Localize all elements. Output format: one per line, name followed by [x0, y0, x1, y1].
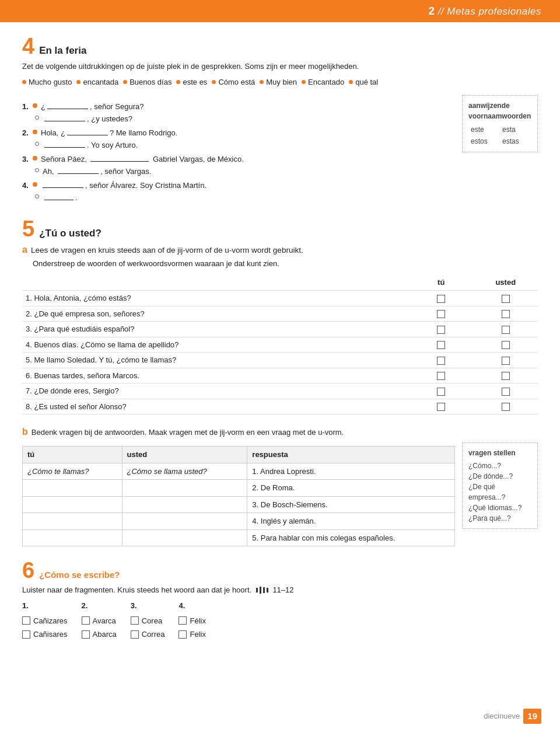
resp-col-tu: tú [23, 447, 123, 463]
checkbox-tu-3[interactable] [409, 337, 474, 353]
sidebar-aanwijzende: aanwijzende voornaamwoorden este esta es… [462, 95, 538, 205]
checkbox-tu-2[interactable] [409, 322, 474, 337]
checkbox-usted-5[interactable] [474, 368, 538, 384]
checkbox-usted-6[interactable] [474, 384, 538, 399]
checkbox-tu-0[interactable] [409, 291, 474, 306]
section-4-title-row: 4 En la feria [22, 35, 538, 58]
checkbox-tu-6[interactable] [409, 384, 474, 399]
checkbox-usted-1[interactable] [474, 306, 538, 322]
question-row-1: 2. ¿De qué empresa son, señores? [22, 306, 538, 322]
sidebar-title: aanwijzende voornaamwoorden [468, 100, 531, 121]
resp-row-1: 2. De Roma. [23, 480, 455, 497]
checkbox-sq-0-0[interactable] [22, 616, 30, 625]
bullet-circle-4 [35, 194, 39, 198]
resp-tu-blank-4[interactable] [23, 529, 123, 546]
resp-table: tú usted respuesta ¿Cómo te llamas? ¿Cóm… [22, 446, 455, 546]
checkbox-sq-usted-0[interactable] [502, 295, 510, 303]
section-5a: a Lees de vragen en kruis steeds aan of … [22, 243, 538, 414]
checkbox-sq-usted-6[interactable] [502, 388, 510, 396]
col-question [22, 274, 409, 291]
sidebar-dotted-box: aanwijzende voornaamwoorden este esta es… [462, 95, 538, 152]
bullet-orange-2 [33, 130, 37, 134]
resp-usted-blank-2[interactable] [122, 496, 247, 513]
question-text-0: 1. Hola, Antonia, ¿cómo estás? [22, 291, 409, 306]
checkbox-sq-1-0[interactable] [82, 616, 90, 625]
option-label-1-1: Abarca [93, 629, 117, 640]
checkbox-sq-tu-0[interactable] [437, 295, 445, 303]
option-label-2-1: Correa [142, 629, 165, 640]
exercise-1-sub: , ¿y ustedes? [35, 113, 455, 125]
section-5a-header: a Lees de vragen en kruis steeds aan of … [22, 243, 538, 257]
question-text-3: 4. Buenos días. ¿Cómo se llama de apelli… [22, 337, 409, 353]
checkbox-usted-3[interactable] [474, 337, 538, 353]
checkbox-usted-7[interactable] [474, 399, 538, 414]
section-5-heading: ¿Tú o usted? [39, 226, 102, 241]
vocab-item-5: Muy bien [260, 76, 297, 88]
blank-3a[interactable] [90, 161, 149, 162]
resp-answer-cell-2: 3. De Bosch-Siemens. [247, 496, 455, 513]
checkbox-usted-2[interactable] [474, 322, 538, 337]
checkbox-sq-tu-4[interactable] [437, 357, 445, 365]
checkbox-sq-3-1[interactable] [178, 630, 187, 639]
blank-1b[interactable] [44, 121, 85, 121]
checkbox-sq-tu-2[interactable] [437, 326, 445, 334]
resp-tu-blank-1[interactable] [23, 480, 123, 497]
question-text-5: 6. Buenas tardes, señora Marcos. [22, 368, 409, 384]
section-5-title-row: 5 ¿Tú o usted? [22, 218, 538, 241]
blank-3b[interactable] [58, 173, 99, 174]
checkbox-sq-tu-7[interactable] [437, 403, 445, 411]
blank-2b[interactable] [44, 147, 85, 148]
question-table: tú usted 1. Hola, Antonia, ¿cómo estás? … [22, 274, 538, 415]
checkbox-sq-usted-1[interactable] [502, 310, 510, 318]
checkbox-usted-0[interactable] [474, 291, 538, 306]
question-table-header-row: tú usted [22, 274, 538, 291]
checkbox-usted-4[interactable] [474, 353, 538, 368]
checkbox-sq-usted-2[interactable] [502, 326, 510, 334]
checkbox-sq-usted-5[interactable] [502, 372, 510, 380]
vocab-item-3: este es [176, 76, 207, 88]
checkbox-sq-0-1[interactable] [22, 630, 30, 639]
checkbox-sq-usted-4[interactable] [502, 357, 510, 365]
question-text-7: 8. ¿Es usted el señor Alonso? [22, 399, 409, 414]
resp-tu-blank-2[interactable] [23, 496, 123, 513]
blank-1a[interactable] [47, 109, 88, 109]
bullet-orange-4 [33, 182, 37, 187]
section-5b-instruction: Bedenk vragen bij de antwoorden. Maak vr… [32, 427, 344, 438]
resp-col-usted: usted [122, 447, 247, 463]
resp-usted-blank-3[interactable] [122, 513, 247, 530]
checkbox-tu-7[interactable] [409, 399, 474, 414]
resp-answer-cell-4: 5. Para hablar con mis colegas españoles… [247, 529, 455, 546]
checkbox-sq-tu-5[interactable] [437, 372, 445, 380]
exercises-list: 1. ¿, señor Segura? , ¿y ustedes? 2. [22, 101, 455, 204]
blank-4b[interactable] [44, 200, 74, 200]
checkbox-sq-1-1[interactable] [82, 630, 90, 639]
checkbox-tu-4[interactable] [409, 353, 474, 368]
checkbox-sq-usted-3[interactable] [502, 341, 510, 349]
checkbox-tu-5[interactable] [409, 368, 474, 384]
exercise-3-sub: Ah, , señor Vargas. [35, 166, 455, 177]
checkbox-sq-tu-3[interactable] [437, 341, 445, 349]
sidebar-row-0: este esta [468, 124, 531, 135]
sidebar-table: este esta estos estas [468, 124, 531, 147]
blank-4a[interactable] [43, 187, 83, 188]
checkbox-sq-3-0[interactable] [178, 616, 187, 625]
vocab-dot [302, 80, 306, 84]
checkbox-sq-usted-7[interactable] [502, 403, 510, 411]
vocab-dot [123, 80, 127, 84]
checkbox-tu-1[interactable] [409, 306, 474, 322]
resp-answer-cell-0: 1. Andrea Lopresti. [247, 463, 455, 480]
checkbox-sq-2-0[interactable] [131, 616, 139, 625]
checkbox-sq-tu-6[interactable] [437, 388, 445, 396]
resp-usted-blank-1[interactable] [122, 480, 247, 497]
col-tu: tú [409, 274, 474, 291]
checkbox-sq-tu-1[interactable] [437, 310, 445, 318]
question-text-4: 5. Me llamo Soledad. Y tú, ¿cómo te llam… [22, 353, 409, 368]
vocab-dot [260, 80, 264, 84]
resp-tu-blank-3[interactable] [23, 513, 123, 530]
resp-tu-cell-0: ¿Cómo te llamas? [23, 463, 123, 480]
resp-usted-blank-4[interactable] [122, 529, 247, 546]
vragen-item-1: ¿De dónde...? [468, 471, 531, 482]
blank-2a[interactable] [67, 135, 108, 135]
sidebar-vragen-title: vragen stellen [468, 448, 531, 458]
checkbox-sq-2-1[interactable] [131, 630, 139, 639]
